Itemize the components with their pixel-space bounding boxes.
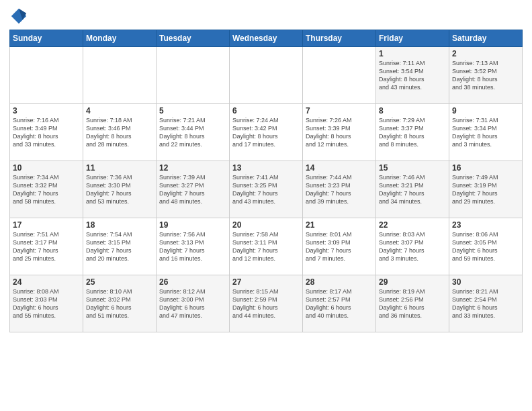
day-number: 27 bbox=[232, 277, 300, 287]
day-info: Sunrise: 7:49 AM Sunset: 3:19 PM Dayligh… bbox=[452, 173, 519, 206]
day-cell: 27Sunrise: 8:15 AM Sunset: 2:59 PM Dayli… bbox=[230, 275, 303, 332]
day-info: Sunrise: 7:51 AM Sunset: 3:17 PM Dayligh… bbox=[13, 230, 80, 263]
day-number: 12 bbox=[159, 163, 226, 173]
day-number: 13 bbox=[232, 163, 300, 173]
day-number: 19 bbox=[159, 220, 226, 230]
day-cell: 14Sunrise: 7:44 AM Sunset: 3:23 PM Dayli… bbox=[303, 161, 376, 218]
day-info: Sunrise: 8:17 AM Sunset: 2:57 PM Dayligh… bbox=[306, 287, 373, 320]
day-info: Sunrise: 7:46 AM Sunset: 3:21 PM Dayligh… bbox=[379, 173, 446, 206]
day-cell: 4Sunrise: 7:18 AM Sunset: 3:46 PM Daylig… bbox=[83, 104, 157, 161]
day-number: 24 bbox=[13, 277, 80, 287]
day-number: 4 bbox=[86, 106, 153, 116]
day-cell: 22Sunrise: 8:03 AM Sunset: 3:07 PM Dayli… bbox=[376, 218, 449, 275]
day-cell: 3Sunrise: 7:16 AM Sunset: 3:49 PM Daylig… bbox=[10, 104, 83, 161]
day-number: 30 bbox=[452, 277, 519, 287]
day-cell: 6Sunrise: 7:24 AM Sunset: 3:42 PM Daylig… bbox=[230, 104, 303, 161]
day-number: 22 bbox=[379, 220, 446, 230]
day-info: Sunrise: 7:34 AM Sunset: 3:32 PM Dayligh… bbox=[13, 173, 80, 206]
day-cell: 15Sunrise: 7:46 AM Sunset: 3:21 PM Dayli… bbox=[376, 161, 449, 218]
week-row-4: 17Sunrise: 7:51 AM Sunset: 3:17 PM Dayli… bbox=[10, 218, 523, 275]
day-number: 8 bbox=[379, 106, 446, 116]
day-number: 11 bbox=[86, 163, 153, 173]
calendar-body: 1Sunrise: 7:11 AM Sunset: 3:54 PM Daylig… bbox=[10, 47, 523, 332]
day-cell: 7Sunrise: 7:26 AM Sunset: 3:39 PM Daylig… bbox=[303, 104, 376, 161]
day-info: Sunrise: 7:18 AM Sunset: 3:46 PM Dayligh… bbox=[86, 116, 153, 149]
day-number: 1 bbox=[379, 49, 446, 58]
day-info: Sunrise: 7:13 AM Sunset: 3:52 PM Dayligh… bbox=[452, 59, 519, 92]
day-info: Sunrise: 8:15 AM Sunset: 2:59 PM Dayligh… bbox=[232, 287, 300, 320]
day-info: Sunrise: 8:01 AM Sunset: 3:09 PM Dayligh… bbox=[306, 230, 373, 263]
day-info: Sunrise: 7:31 AM Sunset: 3:34 PM Dayligh… bbox=[452, 116, 519, 149]
day-cell bbox=[230, 47, 303, 104]
day-number: 3 bbox=[13, 106, 80, 116]
day-cell: 5Sunrise: 7:21 AM Sunset: 3:44 PM Daylig… bbox=[157, 104, 230, 161]
header bbox=[9, 7, 523, 26]
header-cell-sunday: Sunday bbox=[10, 30, 83, 47]
day-info: Sunrise: 8:10 AM Sunset: 3:02 PM Dayligh… bbox=[86, 287, 153, 320]
day-cell bbox=[83, 47, 157, 104]
day-cell: 29Sunrise: 8:19 AM Sunset: 2:56 PM Dayli… bbox=[376, 275, 449, 332]
header-cell-friday: Friday bbox=[376, 30, 449, 47]
day-number: 5 bbox=[159, 106, 226, 116]
day-cell: 9Sunrise: 7:31 AM Sunset: 3:34 PM Daylig… bbox=[449, 104, 523, 161]
day-number: 7 bbox=[306, 106, 373, 116]
day-cell: 10Sunrise: 7:34 AM Sunset: 3:32 PM Dayli… bbox=[10, 161, 83, 218]
day-cell: 13Sunrise: 7:41 AM Sunset: 3:25 PM Dayli… bbox=[230, 161, 303, 218]
page: SundayMondayTuesdayWednesdayThursdayFrid… bbox=[0, 0, 532, 411]
header-cell-saturday: Saturday bbox=[449, 30, 523, 47]
day-info: Sunrise: 7:44 AM Sunset: 3:23 PM Dayligh… bbox=[306, 173, 373, 206]
day-number: 15 bbox=[379, 163, 446, 173]
day-cell: 20Sunrise: 7:58 AM Sunset: 3:11 PM Dayli… bbox=[230, 218, 303, 275]
day-cell bbox=[157, 47, 230, 104]
day-info: Sunrise: 7:21 AM Sunset: 3:44 PM Dayligh… bbox=[159, 116, 226, 149]
day-number: 28 bbox=[306, 277, 373, 287]
day-cell: 24Sunrise: 8:08 AM Sunset: 3:03 PM Dayli… bbox=[10, 275, 83, 332]
day-cell: 11Sunrise: 7:36 AM Sunset: 3:30 PM Dayli… bbox=[83, 161, 157, 218]
day-info: Sunrise: 7:36 AM Sunset: 3:30 PM Dayligh… bbox=[86, 173, 153, 206]
day-cell: 18Sunrise: 7:54 AM Sunset: 3:15 PM Dayli… bbox=[83, 218, 157, 275]
day-cell: 25Sunrise: 8:10 AM Sunset: 3:02 PM Dayli… bbox=[83, 275, 157, 332]
day-info: Sunrise: 8:08 AM Sunset: 3:03 PM Dayligh… bbox=[13, 287, 80, 320]
logo bbox=[9, 7, 31, 26]
day-number: 21 bbox=[306, 220, 373, 230]
day-number: 18 bbox=[86, 220, 153, 230]
day-info: Sunrise: 7:39 AM Sunset: 3:27 PM Dayligh… bbox=[159, 173, 226, 206]
logo-icon bbox=[9, 7, 28, 26]
day-number: 20 bbox=[232, 220, 300, 230]
day-info: Sunrise: 7:16 AM Sunset: 3:49 PM Dayligh… bbox=[13, 116, 80, 149]
day-cell: 17Sunrise: 7:51 AM Sunset: 3:17 PM Dayli… bbox=[10, 218, 83, 275]
day-number: 9 bbox=[452, 106, 519, 116]
day-number: 14 bbox=[306, 163, 373, 173]
calendar-header: SundayMondayTuesdayWednesdayThursdayFrid… bbox=[10, 30, 523, 47]
day-info: Sunrise: 7:24 AM Sunset: 3:42 PM Dayligh… bbox=[232, 116, 300, 149]
day-info: Sunrise: 7:58 AM Sunset: 3:11 PM Dayligh… bbox=[232, 230, 300, 263]
day-cell: 8Sunrise: 7:29 AM Sunset: 3:37 PM Daylig… bbox=[376, 104, 449, 161]
day-cell: 2Sunrise: 7:13 AM Sunset: 3:52 PM Daylig… bbox=[449, 47, 523, 104]
day-number: 25 bbox=[86, 277, 153, 287]
header-row: SundayMondayTuesdayWednesdayThursdayFrid… bbox=[10, 30, 523, 47]
day-cell: 21Sunrise: 8:01 AM Sunset: 3:09 PM Dayli… bbox=[303, 218, 376, 275]
day-info: Sunrise: 7:41 AM Sunset: 3:25 PM Dayligh… bbox=[232, 173, 300, 206]
day-info: Sunrise: 7:29 AM Sunset: 3:37 PM Dayligh… bbox=[379, 116, 446, 149]
week-row-3: 10Sunrise: 7:34 AM Sunset: 3:32 PM Dayli… bbox=[10, 161, 523, 218]
day-number: 10 bbox=[13, 163, 80, 173]
day-number: 29 bbox=[379, 277, 446, 287]
day-cell: 1Sunrise: 7:11 AM Sunset: 3:54 PM Daylig… bbox=[376, 47, 449, 104]
header-cell-tuesday: Tuesday bbox=[157, 30, 230, 47]
day-info: Sunrise: 8:21 AM Sunset: 2:54 PM Dayligh… bbox=[452, 287, 519, 320]
day-cell bbox=[10, 47, 83, 104]
day-cell: 23Sunrise: 8:06 AM Sunset: 3:05 PM Dayli… bbox=[449, 218, 523, 275]
day-number: 16 bbox=[452, 163, 519, 173]
day-cell: 30Sunrise: 8:21 AM Sunset: 2:54 PM Dayli… bbox=[449, 275, 523, 332]
week-row-2: 3Sunrise: 7:16 AM Sunset: 3:49 PM Daylig… bbox=[10, 104, 523, 161]
day-cell: 12Sunrise: 7:39 AM Sunset: 3:27 PM Dayli… bbox=[157, 161, 230, 218]
day-info: Sunrise: 8:12 AM Sunset: 3:00 PM Dayligh… bbox=[159, 287, 226, 320]
day-cell: 16Sunrise: 7:49 AM Sunset: 3:19 PM Dayli… bbox=[449, 161, 523, 218]
header-cell-monday: Monday bbox=[83, 30, 157, 47]
header-cell-thursday: Thursday bbox=[303, 30, 376, 47]
day-info: Sunrise: 7:26 AM Sunset: 3:39 PM Dayligh… bbox=[306, 116, 373, 149]
day-info: Sunrise: 7:11 AM Sunset: 3:54 PM Dayligh… bbox=[379, 59, 446, 92]
day-number: 6 bbox=[232, 106, 300, 116]
day-cell: 19Sunrise: 7:56 AM Sunset: 3:13 PM Dayli… bbox=[157, 218, 230, 275]
week-row-1: 1Sunrise: 7:11 AM Sunset: 3:54 PM Daylig… bbox=[10, 47, 523, 104]
